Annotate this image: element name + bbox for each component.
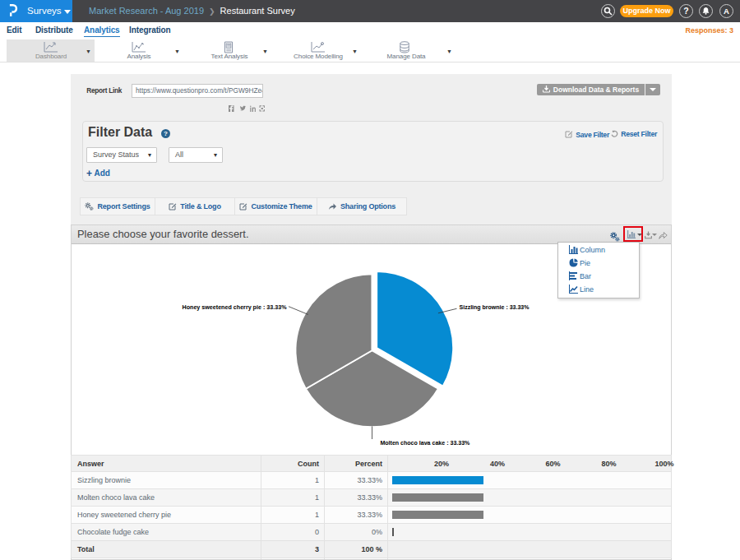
svg-text:Sizzling brownie : 33.33%: Sizzling brownie : 33.33% <box>460 303 530 311</box>
svg-text:Molten choco lava cake : 33.33: Molten choco lava cake : 33.33% <box>380 439 469 447</box>
svg-text:Honey sweetened cherry pie : 3: Honey sweetened cherry pie : 33.33% <box>183 303 287 311</box>
